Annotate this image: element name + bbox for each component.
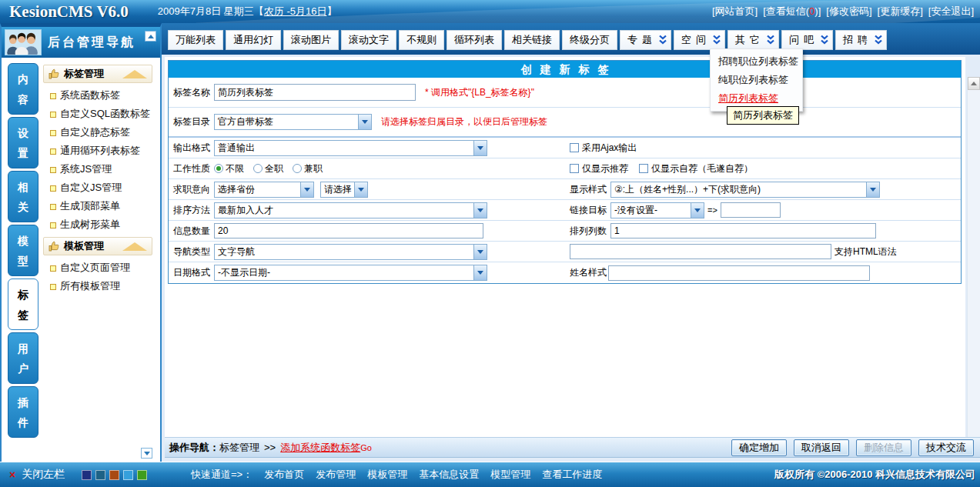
content-scrollbar[interactable] xyxy=(967,77,980,437)
link-update-cache[interactable]: [更新缓存] xyxy=(878,5,923,18)
sidebar-tab-settings[interactable]: 设置 xyxy=(8,117,38,168)
quick-link-model-management[interactable]: 模型管理 xyxy=(490,468,530,482)
dropdown-item-recruit-position-list[interactable]: 招聘职位列表标签 xyxy=(711,52,802,71)
confirm-add-button[interactable]: 确定增加 xyxy=(731,439,787,456)
quick-link-work-progress[interactable]: 查看工作进度 xyxy=(542,468,602,482)
sidebar-tab-related[interactable]: 相关 xyxy=(8,171,38,222)
name-style-input[interactable] xyxy=(608,265,870,281)
nav-tab-irregular[interactable]: 不规则 xyxy=(399,30,444,50)
nav-tab-scroll-text[interactable]: 滚动文字 xyxy=(341,30,396,50)
nav-tab-other[interactable]: 其它 xyxy=(727,30,779,50)
section-template-management[interactable]: 模板管理 xyxy=(43,237,152,255)
sidebar-collapse-button[interactable] xyxy=(145,31,156,42)
quick-link-publish-home[interactable]: 发布首页 xyxy=(264,468,304,482)
menu-item-system-js[interactable]: 系统JS管理 xyxy=(42,160,154,178)
quick-link-basic-settings[interactable]: 基本信息设置 xyxy=(419,468,479,482)
city-select[interactable]: 请选择 xyxy=(320,182,368,198)
link-target-select[interactable]: -没有设置- xyxy=(610,202,704,218)
nav-tab-loop-list[interactable]: 循环列表 xyxy=(447,30,502,50)
nav-tab-related-links[interactable]: 相关链接 xyxy=(504,30,560,50)
tech-exchange-button[interactable]: 技术交流 xyxy=(918,439,974,456)
work-type-label: 工作性质 xyxy=(173,162,212,175)
nav-tab-slideshow[interactable]: 通用幻灯 xyxy=(226,30,281,50)
info-count-input[interactable] xyxy=(214,223,483,238)
sidebar-tab-users[interactable]: 用户 xyxy=(8,332,38,384)
menu-item-custom-pages[interactable]: 自定义页面管理 xyxy=(42,259,154,277)
html-code-input[interactable] xyxy=(570,244,831,259)
dropdown-item-pure-position-list[interactable]: 纯职位列表标签 xyxy=(711,71,802,89)
sms-label-pre: [查看短信( xyxy=(763,5,809,17)
menu-item-custom-sql-tags[interactable]: 自定义SQL函数标签 xyxy=(42,105,154,123)
date-format-label: 日期格式 xyxy=(173,266,212,279)
menu-item-tree-menu[interactable]: 生成树形菜单 xyxy=(42,215,154,234)
nav-tab-scroll-images[interactable]: 滚动图片 xyxy=(283,30,339,50)
sms-label-post: )] xyxy=(814,5,821,17)
top-header-bar: KesionCMS V6.0 2009年7月8日 星期三【农历 -5月16日】 … xyxy=(0,0,980,23)
theme-color-green[interactable] xyxy=(137,470,147,480)
work-type-radio-fulltime[interactable]: 全职 xyxy=(253,162,283,175)
section-tag-management[interactable]: 标签管理 xyxy=(43,65,152,83)
date-format-select[interactable]: -不显示日期- xyxy=(214,265,487,281)
sidebar-tab-tags[interactable]: 标签 xyxy=(8,279,38,330)
menu-item-custom-static-tags[interactable]: 自定义静态标签 xyxy=(42,123,154,142)
close-left-panel-link[interactable]: 关闭左栏 xyxy=(22,468,65,482)
work-type-radio-unlimited[interactable]: 不限 xyxy=(214,162,244,175)
cancel-return-button[interactable]: 取消返回 xyxy=(794,439,849,456)
triangle-up-icon xyxy=(148,35,154,38)
columns-input[interactable] xyxy=(610,223,876,238)
sidebar-tab-content[interactable]: 内容 xyxy=(8,63,38,115)
nav-tab-space[interactable]: 空间 xyxy=(674,30,725,50)
sidebar-tab-plugins[interactable]: 插件 xyxy=(8,386,38,438)
dropdown-item-resume-list[interactable]: 简历列表标签 xyxy=(711,89,802,108)
menu-item-top-menu[interactable]: 生成顶部菜单 xyxy=(42,197,154,215)
nav-type-select[interactable]: 文字导航 xyxy=(214,244,487,260)
theme-color-blue[interactable] xyxy=(123,470,133,480)
sidebar-scroll-down-button[interactable] xyxy=(141,448,152,459)
province-select[interactable]: 选择省份 xyxy=(214,182,314,198)
link-change-password[interactable]: [修改密码] xyxy=(826,5,871,18)
nav-tab-recruit[interactable]: 招聘 xyxy=(835,30,887,50)
link-site-home[interactable]: [网站首页] xyxy=(712,5,758,18)
nav-tab-final-paging[interactable]: 终级分页 xyxy=(562,30,617,50)
quick-link-publish-management[interactable]: 发布管理 xyxy=(316,468,356,482)
app-logo: KesionCMS V6.0 xyxy=(9,2,129,22)
go-label: Go xyxy=(360,443,372,452)
tag-directory-select[interactable]: 官方自带标签 xyxy=(214,114,372,130)
menu-item-system-function-tags[interactable]: 系统函数标签 xyxy=(42,86,154,105)
scroll-up-button[interactable] xyxy=(968,77,980,90)
nav-tab-ask[interactable]: 问吧 xyxy=(781,30,833,50)
theme-color-teal[interactable] xyxy=(95,470,105,480)
link-logout[interactable]: [安全退出] xyxy=(928,5,974,18)
menu-item-all-templates[interactable]: 所有模板管理 xyxy=(42,277,154,295)
breadcrumb-separator: >> xyxy=(264,442,276,453)
theme-color-rust[interactable] xyxy=(109,470,119,480)
ajax-output-checkbox[interactable]: 采用Ajax输出 xyxy=(570,142,637,155)
tag-name-input[interactable] xyxy=(214,84,416,101)
show-recommended-checkbox[interactable]: 仅显示推荐 xyxy=(570,162,628,175)
display-style-select[interactable]: ②:上（姓名+性别...）+下(求职意向) xyxy=(610,182,880,198)
sidebar-tab-model[interactable]: 模型 xyxy=(8,225,38,276)
nav-tab-special-topic[interactable]: 专题 xyxy=(620,30,671,50)
link-target-input[interactable] xyxy=(721,202,781,218)
sort-method-select[interactable]: 最新加入人才 xyxy=(214,202,487,218)
info-count-label: 信息数量 xyxy=(173,225,212,238)
nav-tab-universal-list[interactable]: 万能列表 xyxy=(168,30,223,50)
menu-item-custom-js[interactable]: 自定义JS管理 xyxy=(42,178,154,197)
breadcrumb-add-system-tag[interactable]: 添加系统函数标签 xyxy=(280,441,360,455)
checkbox-icon xyxy=(570,164,579,173)
breadcrumb-tag-management[interactable]: 标签管理 xyxy=(219,441,259,455)
double-chevron-down-icon xyxy=(874,35,883,45)
select-arrow-icon xyxy=(473,141,487,155)
theme-color-navy[interactable] xyxy=(82,470,92,480)
quick-link-template-management[interactable]: 模板管理 xyxy=(367,468,407,482)
form-row-sort-target: 排序方法 最新加入人才 链接目标 -没有设置- => xyxy=(169,200,961,221)
menu-item-loop-list-tags[interactable]: 通用循环列表标签 xyxy=(42,142,154,160)
work-type-radio-parttime[interactable]: 兼职 xyxy=(293,162,323,175)
lunar-date-link[interactable]: 农历 -5月16日 xyxy=(264,5,327,17)
output-format-select[interactable]: 普通输出 xyxy=(214,140,487,156)
thumb-up-icon xyxy=(48,68,59,79)
section-title: 模板管理 xyxy=(64,239,104,253)
link-view-sms[interactable]: [查看短信(0)] xyxy=(763,5,821,18)
link-target-label: 链接目标 xyxy=(570,204,608,217)
show-self-recommended-checkbox[interactable]: 仅显示自荐（毛遂自荐） xyxy=(639,162,753,175)
